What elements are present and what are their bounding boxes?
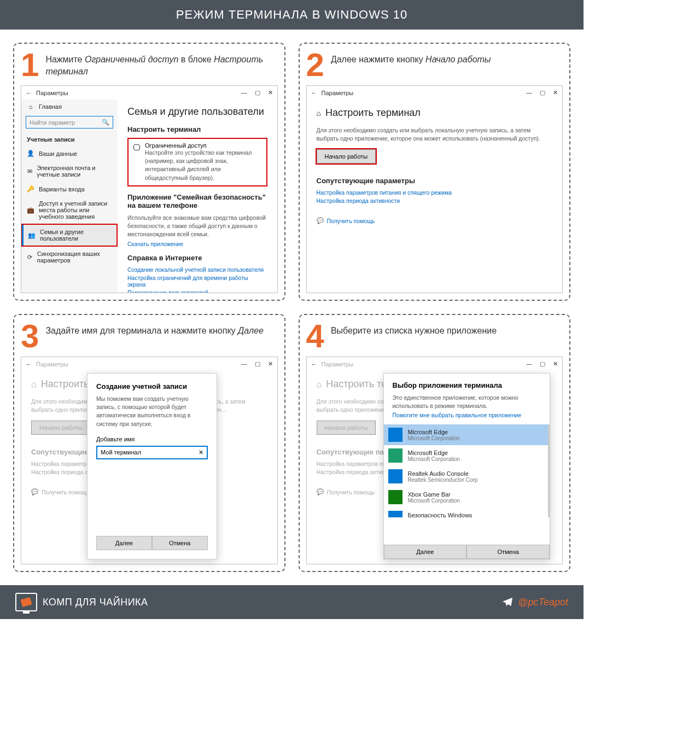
app-icon <box>388 469 402 483</box>
step-3: 3 Задайте имя для терминала и нажмите кн… <box>13 314 285 572</box>
sidebar-item-sync[interactable]: ⟳Синхронизация ваших параметров <box>21 247 118 267</box>
close-icon[interactable]: ✕ <box>553 89 558 96</box>
minimize-icon[interactable]: — <box>526 360 532 368</box>
minimize-icon[interactable]: — <box>241 89 247 96</box>
minimize-icon[interactable]: — <box>526 89 532 96</box>
section-heading: Сопутствующие параметры <box>317 177 553 185</box>
window-title: Параметры <box>36 361 68 368</box>
minimize-icon[interactable]: — <box>241 360 247 368</box>
app-icon <box>388 448 402 463</box>
maximize-icon[interactable]: ▢ <box>540 89 545 96</box>
page-title: РЕЖИМ ТЕРМИНАЛА В WINDOWS 10 <box>0 0 584 30</box>
help-link[interactable]: Переключение пользователей <box>127 289 267 293</box>
back-icon[interactable]: ← <box>311 361 317 368</box>
app-item[interactable]: Microsoft EdgeMicrosoft Corporation <box>384 445 549 466</box>
step-number: 4 <box>306 322 324 351</box>
sidebar-item-signin[interactable]: 🔑Варианты входа <box>21 182 118 196</box>
sidebar-item-family[interactable]: 👥Семья и другие пользователи <box>21 224 118 247</box>
maximize-icon[interactable]: ▢ <box>255 360 260 368</box>
sidebar-item-work[interactable]: 💼Доступ к учетной записи места работы ил… <box>21 196 118 224</box>
step-4: 4 Выберите из списка нужное приложение ←… <box>299 314 571 572</box>
dialog-title: Создание учетной записи <box>96 382 208 390</box>
content-pane: ⌂ Настроить терминал Для этого необходим… <box>307 100 563 293</box>
next-button[interactable]: Далее <box>96 536 152 550</box>
step-2: 2 Далее нажмите кнопку Начало работы ← П… <box>299 43 571 301</box>
step-number: 3 <box>21 322 39 351</box>
page-heading: Семья и другие пользователи <box>127 106 267 118</box>
close-icon[interactable]: ✕ <box>553 360 558 368</box>
download-app-link[interactable]: Скачать приложение <box>127 241 267 247</box>
help-choose-link[interactable]: Помогите мне выбрать правильное приложен… <box>393 412 541 418</box>
limited-access-button[interactable]: 🖵 Ограниченный доступ Настройте это устр… <box>127 138 267 186</box>
brand-name: КОМП ДЛЯ ЧАЙНИКА <box>43 597 148 608</box>
cancel-button[interactable]: Отмена <box>466 545 550 559</box>
settings-window: ← Параметры — ▢ ✕ ⌂ Настроить терминал <box>306 357 563 564</box>
window-title: Параметры <box>322 361 354 368</box>
create-account-dialog: Создание учетной записи Мы поможем вам с… <box>87 373 217 559</box>
step-caption: Выберите из списка нужное приложение <box>331 322 497 337</box>
app-icon <box>388 511 402 517</box>
get-started-button: Начало работы <box>317 421 376 435</box>
choose-app-dialog: Выбор приложения терминала Это единствен… <box>383 373 551 559</box>
dialog-body: Это единственное приложение, которое мож… <box>393 394 541 410</box>
close-icon[interactable]: ✕ <box>268 89 273 96</box>
app-item[interactable]: Microsoft EdgeMicrosoft Corporation <box>384 424 549 445</box>
step-number: 1 <box>21 50 39 80</box>
maximize-icon[interactable]: ▢ <box>255 89 260 96</box>
help-icon: 💬 <box>317 217 324 224</box>
step-caption: Задайте имя для терминала и нажмите кноп… <box>45 322 263 337</box>
help-link[interactable]: Настройка ограничений для времени работы… <box>127 275 267 288</box>
sidebar-home[interactable]: ⌂Главная <box>21 100 118 114</box>
brand-logo-icon <box>15 593 37 611</box>
help-link[interactable]: Создание локальной учетной записи пользо… <box>127 266 267 273</box>
related-link[interactable]: Настройка периода активности <box>317 197 553 204</box>
window-title: Параметры <box>36 90 68 96</box>
input-label: Добавьте имя <box>96 436 208 442</box>
app-item[interactable]: Безопасность WindowsMicrosoft Corporatio… <box>384 508 549 517</box>
get-help-link[interactable]: 💬Получить помощь <box>317 217 553 224</box>
telegram-icon[interactable] <box>501 596 514 608</box>
app-list[interactable]: Microsoft EdgeMicrosoft Corporation Micr… <box>384 424 550 517</box>
next-button[interactable]: Далее <box>384 545 467 559</box>
app-icon <box>388 428 402 442</box>
telegram-handle[interactable]: @pcTeapot <box>518 597 568 608</box>
body-text: Для этого необходимо создать или выбрать… <box>317 126 553 143</box>
body-text: Используйте все знакомые вам средства ци… <box>127 214 267 239</box>
name-input[interactable]: Мой терминал ✕ <box>96 446 208 459</box>
close-icon[interactable]: ✕ <box>268 360 273 368</box>
back-icon[interactable]: ← <box>311 90 317 96</box>
back-icon[interactable]: ← <box>26 90 32 96</box>
get-started-button[interactable]: Начало работы <box>317 149 376 164</box>
app-item[interactable]: Xbox Game BarMicrosoft Corporation <box>384 487 549 508</box>
back-icon[interactable]: ← <box>26 361 32 368</box>
steps-grid: 1 Нажмите Ограниченный доступ в блоке На… <box>0 30 584 585</box>
sidebar-section: Учетные записи <box>21 133 118 146</box>
settings-window: ← Параметры — ▢ ✕ ⌂ Настроить терминал <box>306 85 563 293</box>
search-icon: 🔍 <box>102 119 109 126</box>
home-icon[interactable]: ⌂ <box>317 109 321 118</box>
home-icon: ⌂ <box>27 103 34 110</box>
step-caption: Далее нажмите кнопку Начало работы <box>331 50 491 66</box>
search-input[interactable]: Найти параметр🔍 <box>26 116 113 129</box>
footer: КОМП ДЛЯ ЧАЙНИКА @pcTeapot <box>0 585 584 619</box>
clear-icon[interactable]: ✕ <box>199 449 203 456</box>
sidebar-item-email[interactable]: ✉Электронная почта и учетные записи <box>21 161 118 182</box>
kiosk-icon: 🖵 <box>133 143 141 152</box>
settings-window: ← Параметры — ▢ ✕ ⌂ Настроить терминал <box>21 357 278 564</box>
app-item[interactable]: Realtek Audio ConsoleRealtek Semiconduct… <box>384 466 549 487</box>
section-heading: Настроить терминал <box>127 125 267 133</box>
section-heading: Приложение "Семейная безопасность" на ва… <box>127 193 267 209</box>
step-1: 1 Нажмите Ограниченный доступ в блоке На… <box>13 43 285 301</box>
window-title: Параметры <box>322 90 354 96</box>
related-link[interactable]: Настройка параметров питания и спящего р… <box>317 189 553 196</box>
dialog-body: Мы поможем вам создать учетную запись, с… <box>96 395 208 428</box>
sidebar-item-your-data[interactable]: 👤Ваши данные <box>21 146 118 161</box>
content-pane: Семья и другие пользователи Настроить те… <box>118 100 277 293</box>
step-caption: Нажмите Ограниченный доступ в блоке Наст… <box>45 50 277 78</box>
app-icon <box>388 490 402 504</box>
maximize-icon[interactable]: ▢ <box>540 360 545 368</box>
step-number: 2 <box>306 50 324 80</box>
settings-window: ← Параметры — ▢ ✕ ⌂Главная Найти парамет… <box>21 85 278 293</box>
cancel-button[interactable]: Отмена <box>152 536 208 550</box>
sidebar: ⌂Главная Найти параметр🔍 Учетные записи … <box>21 100 118 293</box>
